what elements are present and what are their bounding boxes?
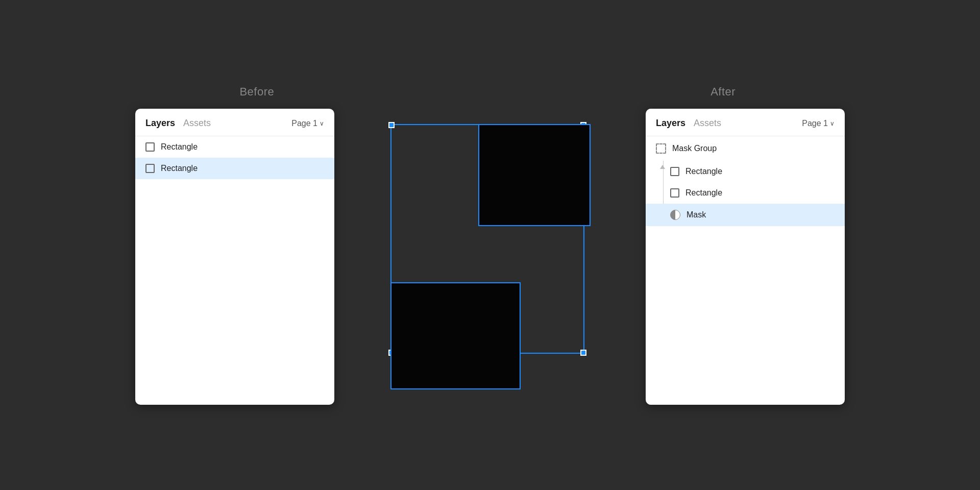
after-layer-item-1[interactable]: Rectangle: [646, 161, 845, 182]
before-tab-assets[interactable]: Assets: [183, 118, 211, 129]
handle-br[interactable]: [580, 350, 586, 356]
after-indented-group: Rectangle Rectangle Mask: [646, 161, 845, 226]
after-tab-layers[interactable]: Layers: [656, 118, 685, 129]
before-panel: Layers Assets Page 1 ∨ Rectangle Rectang…: [135, 109, 334, 405]
before-rect-icon-2: [145, 164, 155, 173]
handle-tl[interactable]: [388, 122, 395, 128]
after-label: After: [710, 85, 736, 98]
after-panel-header: Layers Assets Page 1 ∨: [646, 109, 845, 136]
after-mask-label: Mask: [687, 210, 706, 219]
before-rect-icon-1: [145, 142, 155, 152]
full-layout: Before After Layers Assets Page 1 ∨ Rect…: [0, 85, 980, 405]
after-layer-label-2: Rectangle: [685, 188, 722, 198]
after-page-selector[interactable]: Page 1 ∨: [802, 119, 835, 128]
main-content: Layers Assets Page 1 ∨ Rectangle Rectang…: [0, 109, 980, 405]
after-layer-label-1: Rectangle: [685, 167, 722, 176]
before-label: Before: [239, 85, 274, 98]
before-tab-layers[interactable]: Layers: [145, 118, 175, 129]
before-layer-item-2[interactable]: Rectangle: [135, 158, 334, 179]
after-mask-group-item[interactable]: Mask Group: [646, 136, 845, 161]
bottom-black-rect: [390, 282, 521, 389]
after-chevron-icon: ∨: [830, 120, 835, 127]
before-page-selector[interactable]: Page 1 ∨: [291, 119, 324, 128]
after-rect-icon-1: [670, 167, 679, 176]
before-layer-label-1: Rectangle: [161, 142, 198, 152]
before-layer-label-2: Rectangle: [161, 164, 198, 173]
after-group-label: Mask Group: [672, 144, 717, 153]
after-tab-assets[interactable]: Assets: [694, 118, 721, 129]
labels-row: Before After: [0, 85, 980, 99]
before-chevron-icon: ∨: [320, 120, 324, 127]
before-layer-item-1[interactable]: Rectangle: [135, 136, 334, 158]
after-layer-item-2[interactable]: Rectangle: [646, 182, 845, 204]
top-black-rect: [478, 124, 591, 226]
before-panel-header: Layers Assets Page 1 ∨: [135, 109, 334, 136]
after-rect-icon-2: [670, 188, 679, 198]
after-mask-item[interactable]: Mask: [646, 204, 845, 226]
canvas-area: [365, 109, 615, 405]
after-mask-icon: [670, 210, 680, 220]
mask-group-icon: [656, 143, 666, 154]
after-panel: Layers Assets Page 1 ∨ Mask Group: [646, 109, 845, 405]
